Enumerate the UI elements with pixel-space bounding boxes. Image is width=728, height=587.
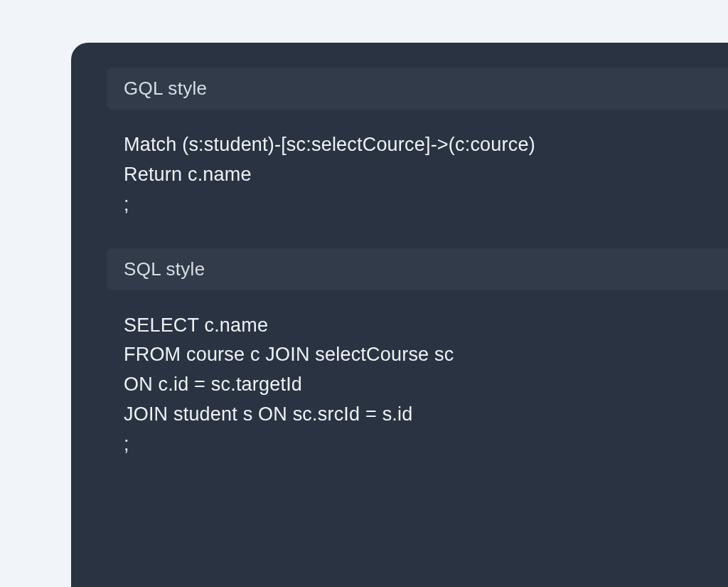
code-line: ON c.id = sc.targetId xyxy=(124,370,711,400)
section-title: GQL style xyxy=(124,78,711,100)
section-header-gql: GQL style xyxy=(107,68,728,110)
code-line: SELECT c.name xyxy=(124,311,711,341)
code-comparison-panel: GQL style Match (s:student)-[sc:selectCo… xyxy=(71,43,728,587)
section-header-sql: SQL style xyxy=(107,248,728,290)
code-line: ; xyxy=(124,430,711,460)
section-title: SQL style xyxy=(124,258,711,280)
code-line: ; xyxy=(124,190,711,220)
code-line: Return c.name xyxy=(124,160,711,190)
code-line: JOIN student s ON sc.srcId = s.id xyxy=(124,400,711,430)
code-line: FROM course c JOIN selectCourse sc xyxy=(124,340,711,370)
code-line: Match (s:student)-[sc:selectCource]->(c:… xyxy=(124,130,711,160)
code-block-gql: Match (s:student)-[sc:selectCource]->(c:… xyxy=(107,127,728,237)
code-block-sql: SELECT c.name FROM course c JOIN selectC… xyxy=(107,307,728,477)
